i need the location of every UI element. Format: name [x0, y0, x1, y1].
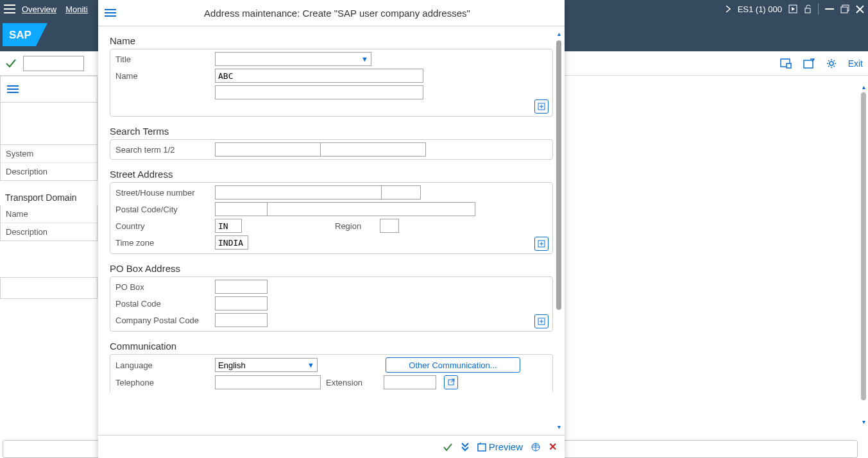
menu-overview[interactable]: Overview	[22, 4, 56, 14]
country-field[interactable]	[215, 219, 242, 233]
city-field[interactable]	[267, 202, 475, 216]
extension-field[interactable]	[384, 375, 436, 389]
chevron-down-icon: ▼	[361, 55, 368, 63]
street-group: Street/House number Postal Code/City Cou…	[110, 182, 553, 254]
main-scrollbar[interactable]: ▴ ▾	[860, 83, 867, 427]
title-label: Title	[115, 55, 215, 64]
dialog-scroll-thumb[interactable]	[556, 40, 561, 310]
double-down-icon[interactable]	[461, 442, 470, 452]
internat-versions-icon[interactable]	[531, 442, 541, 452]
sidebar-item-system: System	[1, 145, 97, 163]
dialog-scrollbar[interactable]: ▴ ▾	[554, 30, 563, 431]
scroll-up-icon[interactable]: ▴	[860, 83, 867, 92]
language-label: Language	[115, 360, 215, 370]
sidebar-item-description: Description	[1, 163, 97, 180]
svg-rect-9	[804, 60, 813, 68]
timezone-label: Time zone	[115, 238, 215, 248]
play-icon[interactable]	[788, 4, 797, 13]
company-postal-field[interactable]	[215, 313, 268, 327]
postal-code-field[interactable]	[215, 202, 268, 216]
comm-group: Language English▼ Other Communication...…	[110, 354, 553, 392]
new-session-icon[interactable]	[780, 58, 792, 69]
timezone-field[interactable]	[215, 235, 248, 250]
name2-field[interactable]	[215, 85, 423, 99]
dialog-title: Address maintenance: Create "SAP user co…	[116, 8, 558, 19]
name-label: Name	[115, 71, 215, 81]
settings-icon[interactable]	[826, 58, 837, 69]
expand-pobox-icon[interactable]	[534, 314, 549, 328]
telephone-details-icon[interactable]	[444, 375, 458, 389]
pobox-label: PO Box	[115, 282, 215, 292]
scroll-thumb[interactable]	[861, 92, 866, 400]
telephone-field[interactable]	[215, 375, 321, 389]
cancel-button[interactable]: ✕	[549, 441, 557, 453]
system-info-area: ES1 (1) 000	[725, 3, 864, 15]
transport-item-description: Description	[1, 223, 97, 241]
country-label: Country	[115, 221, 215, 231]
pobox-postal-field[interactable]	[215, 296, 268, 310]
chevron-down-icon: ▼	[307, 361, 314, 369]
pobox-field[interactable]	[215, 280, 268, 294]
search-term2-field[interactable]	[320, 142, 426, 157]
search-group: Search term 1/2	[110, 139, 553, 160]
accept-button[interactable]	[443, 442, 453, 452]
svg-rect-2	[825, 8, 834, 10]
street-label: Street/House number	[115, 188, 215, 198]
extension-label: Extension	[326, 378, 384, 387]
system-label: ES1 (1) 000	[738, 4, 782, 14]
postal-city-label: Postal Code/City	[115, 205, 215, 214]
dialog-scroll-up-icon[interactable]: ▴	[554, 30, 563, 38]
unlock-icon[interactable]	[804, 4, 812, 13]
transport-item-name: Name	[1, 205, 97, 223]
section-search-label: Search Terms	[110, 126, 553, 137]
left-sidebar: System Description Transport Domain Name…	[0, 76, 98, 299]
search-term-label: Search term 1/2	[115, 145, 215, 155]
section-comm-label: Communication	[110, 341, 553, 352]
section-street-label: Street Address	[110, 169, 553, 180]
region-field[interactable]	[380, 219, 399, 233]
sidebar-menu-toggle[interactable]	[0, 76, 98, 103]
name-group: Title ▼ Name	[110, 49, 553, 117]
accept-icon[interactable]	[5, 58, 17, 69]
svg-rect-15	[478, 444, 486, 451]
telephone-label: Telephone	[115, 378, 215, 387]
company-postal-label: Company Postal Code	[115, 316, 215, 325]
svg-rect-8	[787, 64, 791, 68]
close-icon[interactable]	[856, 5, 864, 13]
section-pobox-label: PO Box Address	[110, 263, 553, 274]
street-field[interactable]	[215, 185, 382, 199]
preview-button[interactable]: Preview	[477, 441, 523, 452]
chevron-right-icon[interactable]	[725, 5, 731, 13]
minimize-icon[interactable]	[825, 8, 834, 10]
search-term1-field[interactable]	[215, 142, 321, 157]
title-dropdown[interactable]: ▼	[215, 52, 371, 66]
dialog-body: Name Title ▼ Name Search Terms Search te…	[98, 26, 565, 435]
other-communication-button[interactable]: Other Communication...	[386, 357, 520, 373]
restore-icon[interactable]	[840, 4, 849, 13]
close-session-icon[interactable]	[803, 58, 815, 69]
dialog-header: Address maintenance: Create "SAP user co…	[98, 0, 565, 26]
svg-point-10	[830, 62, 833, 65]
name-field[interactable]	[215, 69, 423, 83]
expand-name-icon[interactable]	[534, 99, 549, 114]
pobox-postal-label: Postal Code	[115, 299, 215, 309]
address-dialog: Address maintenance: Create "SAP user co…	[98, 0, 565, 458]
command-field[interactable]	[23, 56, 84, 71]
region-label: Region	[328, 221, 380, 231]
svg-text:SAP: SAP	[9, 29, 31, 41]
svg-rect-1	[805, 8, 810, 13]
scroll-down-icon[interactable]: ▾	[860, 418, 867, 427]
dialog-footer: Preview ✕	[98, 435, 565, 458]
language-dropdown[interactable]: English▼	[215, 358, 318, 372]
house-number-field[interactable]	[381, 185, 421, 199]
dialog-menu-icon[interactable]	[105, 9, 116, 17]
expand-street-icon[interactable]	[534, 237, 549, 251]
menu-monitoring[interactable]: Moniti	[65, 4, 88, 14]
transport-domain-title: Transport Domain	[0, 187, 98, 205]
dialog-scroll-down-icon[interactable]: ▾	[554, 423, 563, 431]
exit-button[interactable]: Exit	[848, 58, 863, 69]
pobox-group: PO Box Postal Code Company Postal Code	[110, 276, 553, 332]
sap-logo: SAP	[3, 23, 47, 46]
main-menu-icon[interactable]	[4, 4, 15, 13]
section-name-label: Name	[110, 35, 553, 46]
